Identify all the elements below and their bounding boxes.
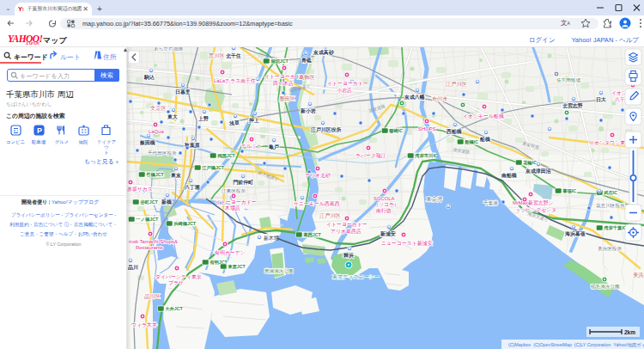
svg-text:幕張IC: 幕張IC (562, 188, 576, 194)
svg-text:イトーヨーカドー: イトーヨーカドー (216, 199, 257, 205)
svg-text:ウィラ大井: ウィラ大井 (131, 321, 157, 328)
svg-text:アリオ葛西店: アリオ葛西店 (331, 228, 361, 235)
svg-text:浅草: 浅草 (228, 119, 240, 126)
svg-text:ョッピングセンタ: ョッピングセンタ (515, 207, 556, 212)
svg-text:文京区: 文京区 (150, 105, 167, 111)
svg-text:P: P (37, 126, 42, 135)
svg-text:京成津田沼: 京成津田沼 (525, 168, 551, 174)
svg-text:武石IC: 武石IC (603, 190, 617, 196)
svg-text:東雲JCT: 東雲JCT (228, 264, 246, 269)
svg-text:LaLaテラス南千住: LaLaテラス南千住 (214, 78, 256, 83)
svg-text:Restaurants: Restaurants (136, 245, 163, 250)
svg-text:新小岩: 新小岩 (300, 107, 316, 114)
svg-text:押上: 押上 (248, 118, 259, 123)
svg-text:墨田区: 墨田区 (279, 95, 295, 102)
svg-text:花見川区役所: 花見川区役所 (596, 203, 625, 209)
svg-text:あらかわ遊園: あらかわ遊園 (154, 46, 183, 52)
svg-text:北千住: 北千住 (225, 52, 241, 59)
svg-text:佐久間牧場: 佐久間牧場 (556, 77, 580, 83)
svg-text:四つ木店: 四つ木店 (273, 81, 294, 87)
svg-text:篠崎IC: 篠崎IC (388, 128, 403, 134)
svg-text:江戸橋JCT: 江戸橋JCT (201, 165, 225, 171)
svg-text:2km: 2km (624, 329, 635, 335)
svg-text:稲毛海浜公園: 稲毛海浜公園 (591, 284, 620, 290)
svg-text:市川市: 市川市 (432, 95, 448, 101)
svg-text:船橋IC: 船橋IC (464, 139, 478, 145)
svg-text:日大: 日大 (596, 96, 606, 103)
svg-text:有明ガーデン: 有明ガーデン (214, 250, 246, 255)
svg-text:京成高砂: 京成高砂 (313, 49, 335, 56)
svg-text:竹橋JCT: 竹橋JCT (145, 172, 164, 178)
svg-text:京成八幡: 京成八幡 (404, 94, 425, 101)
svg-text:江戸川区役所: 江戸川区役所 (310, 126, 341, 133)
svg-text:東京ディズニーシー: 東京ディズニーシー (332, 274, 380, 279)
svg-text:小岩店: 小岩店 (337, 88, 352, 94)
svg-text:テルミナ: テルミナ (241, 144, 262, 149)
svg-text:江東区役所: 江東区役所 (222, 188, 246, 194)
svg-text:（ソコラ）: （ソコラ） (374, 202, 399, 207)
svg-text:舞浜: 舞浜 (343, 252, 354, 259)
svg-text:イオンモール船橋: イオンモール船橋 (463, 113, 504, 119)
svg-text:北習志野: 北習志野 (562, 102, 583, 109)
svg-text:サニーモール西葛西: サニーモール西葛西 (294, 200, 340, 207)
svg-text:千葉港: 千葉港 (483, 200, 498, 206)
svg-text:海浜幕張: 海浜幕張 (564, 230, 586, 237)
svg-text:谷町JCT: 谷町JCT (139, 199, 158, 205)
svg-text:亀戸: 亀戸 (268, 144, 279, 150)
svg-text:ラパーク瑞江: ラパーク瑞江 (355, 153, 386, 159)
svg-text:千代田区役所: 千代田区役所 (148, 150, 177, 156)
svg-text:八丁堀: 八丁堀 (184, 184, 200, 191)
svg-text:(C)Mapbox (C)OpenStreetMap (: (C)Mapbox (C)OpenStreetMap (C)LY Corpora… (508, 342, 644, 348)
svg-text:堀切JCT: 堀切JCT (270, 58, 289, 64)
svg-text:ダイバーシティ東京: ダイバーシティ東京 (155, 274, 202, 279)
svg-text:SOCOLA: SOCOLA (374, 196, 395, 201)
svg-text:msb Tamachi Shops&: msb Tamachi Shops& (129, 239, 178, 244)
svg-text:西船橋: 西船橋 (446, 128, 463, 135)
svg-text:荒川区: 荒川区 (209, 52, 225, 59)
svg-text:プラザ: プラザ (168, 280, 184, 285)
svg-text:東京: 東京 (170, 172, 181, 179)
svg-text:新橋: 新橋 (161, 199, 173, 205)
svg-text:イオンタウン東習: イオンタウン東習 (589, 140, 630, 146)
svg-text:一ノ橋JCT: 一ノ橋JCT (136, 217, 159, 223)
svg-text:浜崎橋JCT: 浜崎橋JCT (173, 221, 197, 227)
svg-text:江戸川区: 江戸川区 (446, 81, 467, 88)
svg-text:LaQua: LaQua (149, 129, 164, 134)
svg-text:湾岸千葉IC: 湾岸千葉IC (603, 225, 627, 231)
svg-text:南行徳: 南行徳 (376, 208, 392, 214)
svg-text:若洲海浜公園: 若洲海浜公園 (264, 268, 294, 274)
svg-text:大井JCT: 大井JCT (165, 306, 183, 311)
svg-text:美浜区: 美浜区 (633, 272, 644, 279)
svg-text:湾岸市川IC: 湾岸市川IC (414, 153, 438, 159)
svg-text:南船橋: 南船橋 (501, 173, 518, 179)
svg-text:花輪IC: 花輪IC (522, 160, 537, 166)
svg-text:飯田橋: 飯田橋 (139, 139, 156, 146)
svg-text:葛飾区: 葛飾区 (299, 74, 315, 80)
svg-text:門前仲町: 門前仲町 (233, 179, 253, 186)
svg-text:イトーヨーカドー: イトーヨーカドー (326, 222, 368, 227)
svg-text:駒込: 駒込 (143, 74, 155, 81)
svg-text:新浦安: 新浦安 (380, 230, 396, 237)
svg-text:木場店: 木場店 (224, 205, 240, 211)
svg-text:SHOPS: SHOPS (418, 126, 436, 132)
svg-text:アリオ北砂: アリオ北砂 (305, 173, 331, 179)
svg-text:東大: 東大 (167, 113, 178, 119)
svg-text:船橋: 船橋 (479, 137, 491, 143)
svg-text:青砥: 青砥 (301, 57, 312, 64)
svg-text:両国JCT: 両国JCT (217, 153, 235, 159)
svg-text:ニューコースト新浦安: ニューコースト新浦安 (381, 240, 433, 247)
svg-text:イトーヨーカドー: イトーヨーカドー (327, 81, 368, 86)
svg-text:東京湾: 東京湾 (426, 196, 443, 203)
svg-text:日暮里: 日暮里 (175, 89, 191, 95)
svg-text:美浜区役所: 美浜区役所 (598, 246, 622, 252)
svg-text:上野: 上野 (197, 115, 209, 122)
svg-text:品川区: 品川区 (144, 293, 161, 300)
svg-text:葛西JCT: 葛西JCT (303, 232, 321, 238)
svg-text:MrMax新習志野シ: MrMax新習志野シ (513, 199, 554, 206)
svg-text:新木場: 新木場 (264, 235, 279, 242)
svg-text:江戸川区: 江戸川区 (319, 212, 341, 219)
